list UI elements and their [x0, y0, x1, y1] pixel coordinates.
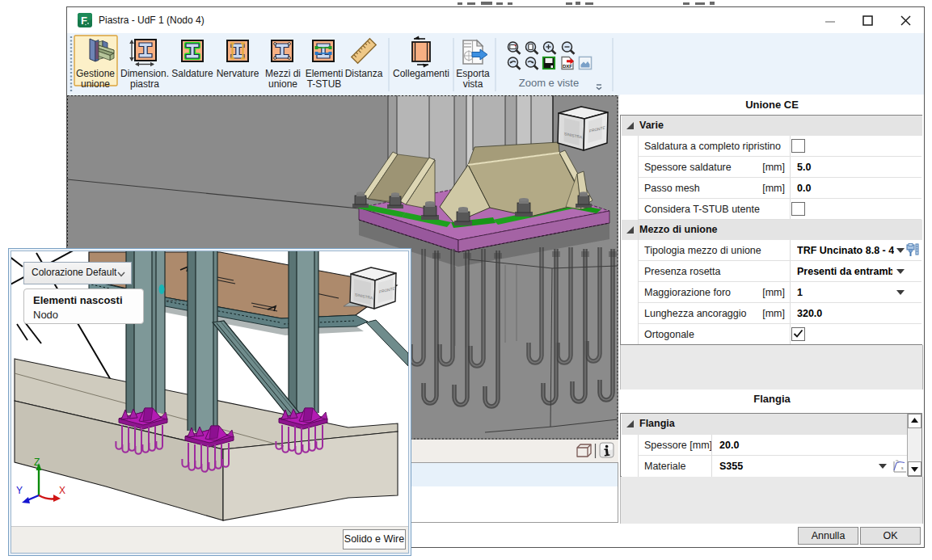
svg-text:Z: Z	[34, 457, 40, 468]
svg-text:F: F	[81, 15, 87, 27]
svg-text:Y: Y	[16, 485, 23, 496]
svg-text:Zoom e viste: Zoom e viste	[519, 77, 579, 89]
svg-text:s: s	[901, 465, 904, 470]
svg-text:X: X	[59, 485, 65, 496]
svg-text:DXF: DXF	[563, 64, 572, 69]
